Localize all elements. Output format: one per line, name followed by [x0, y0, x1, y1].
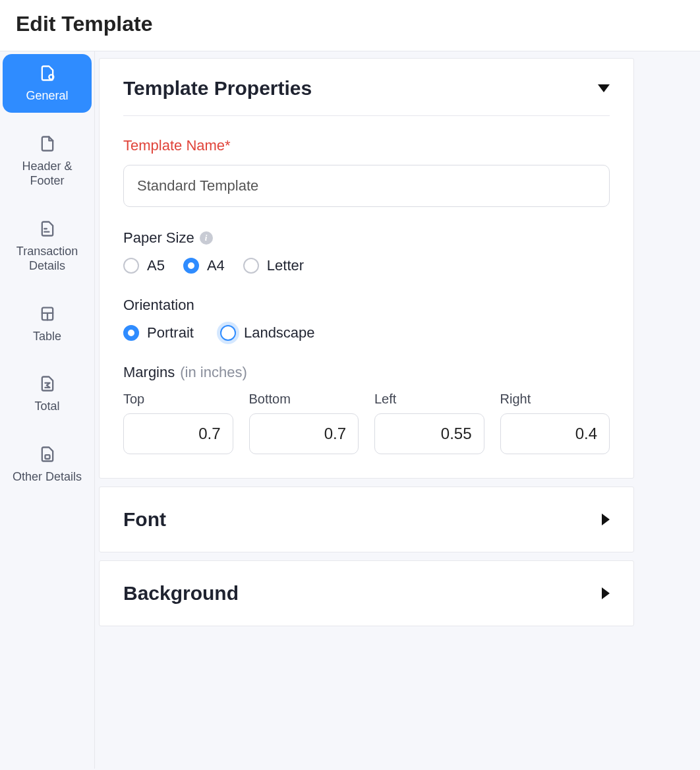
margin-top-label: Top	[123, 392, 233, 407]
svg-rect-2	[45, 455, 49, 459]
sidebar-item-general[interactable]: General	[3, 54, 92, 113]
panel-title: Background	[123, 582, 239, 605]
margin-bottom-label: Bottom	[249, 392, 359, 407]
background-panel: Background	[99, 560, 634, 626]
panel-title: Font	[123, 508, 166, 531]
margins-field: Margins (in inches) Top Bottom	[123, 364, 610, 454]
paper-size-label: Paper Size i	[123, 229, 610, 247]
chevron-right-icon	[602, 514, 610, 525]
chevron-right-icon	[602, 587, 610, 599]
margin-right-label: Right	[500, 392, 610, 407]
total-icon	[38, 374, 57, 394]
sidebar-item-label: Transaction Details	[7, 244, 88, 274]
page-header: Edit Template	[0, 0, 700, 51]
orientation-label: Orientation	[123, 297, 610, 314]
template-properties-panel: Template Properties Template Name* Paper…	[99, 58, 634, 479]
sidebar-item-label: Other Details	[13, 469, 82, 485]
sidebar-item-label: General	[26, 88, 68, 104]
divider	[123, 115, 610, 116]
info-icon[interactable]: i	[200, 231, 213, 245]
template-name-input[interactable]	[123, 165, 610, 207]
chevron-down-icon	[598, 84, 610, 92]
table-icon	[38, 304, 57, 324]
radio-icon	[183, 258, 199, 274]
sidebar-item-table[interactable]: Table	[3, 295, 92, 353]
sidebar-item-other-details[interactable]: Other Details	[3, 435, 92, 494]
paper-size-field: Paper Size i A5 A4	[123, 229, 610, 274]
font-panel: Font	[99, 487, 634, 552]
orientation-field: Orientation Portrait Landscape	[123, 297, 610, 341]
paper-size-a5[interactable]: A5	[123, 257, 165, 274]
other-details-icon	[38, 444, 57, 464]
paper-size-letter[interactable]: Letter	[243, 257, 304, 274]
sidebar-item-label: Total	[34, 399, 59, 414]
sidebar-item-header-footer[interactable]: Header & Footer	[3, 125, 92, 198]
margin-right-input[interactable]	[500, 413, 610, 454]
radio-icon	[123, 325, 139, 341]
page-title: Edit Template	[16, 12, 684, 36]
template-name-label: Template Name*	[123, 137, 610, 154]
radio-icon	[220, 325, 236, 341]
paper-size-a4[interactable]: A4	[183, 257, 225, 274]
orientation-landscape[interactable]: Landscape	[220, 324, 315, 341]
radio-icon	[123, 258, 139, 274]
font-panel-toggle[interactable]: Font	[100, 487, 633, 552]
template-properties-toggle[interactable]: Template Properties	[100, 59, 633, 115]
sidebar-item-total[interactable]: Total	[3, 365, 92, 423]
main-content: Template Properties Template Name* Paper…	[95, 51, 700, 769]
general-icon	[38, 63, 57, 83]
background-panel-toggle[interactable]: Background	[100, 561, 633, 626]
panel-title: Template Properties	[123, 77, 312, 100]
margin-top-input[interactable]	[123, 413, 233, 454]
header-footer-icon	[38, 134, 57, 154]
margin-left-input[interactable]	[374, 413, 484, 454]
transaction-details-icon	[38, 219, 57, 239]
svg-point-0	[49, 74, 53, 79]
sidebar-item-label: Table	[33, 329, 61, 344]
template-name-field: Template Name*	[123, 137, 610, 207]
margin-left-label: Left	[374, 392, 484, 407]
margin-bottom-input[interactable]	[249, 413, 359, 454]
margins-label: Margins (in inches)	[123, 364, 610, 381]
sidebar-item-label: Header & Footer	[7, 159, 88, 189]
orientation-portrait[interactable]: Portrait	[123, 324, 194, 341]
sidebar: General Header & Footer Transaction Deta…	[0, 51, 95, 769]
radio-icon	[243, 258, 259, 274]
sidebar-item-transaction-details[interactable]: Transaction Details	[3, 210, 92, 283]
